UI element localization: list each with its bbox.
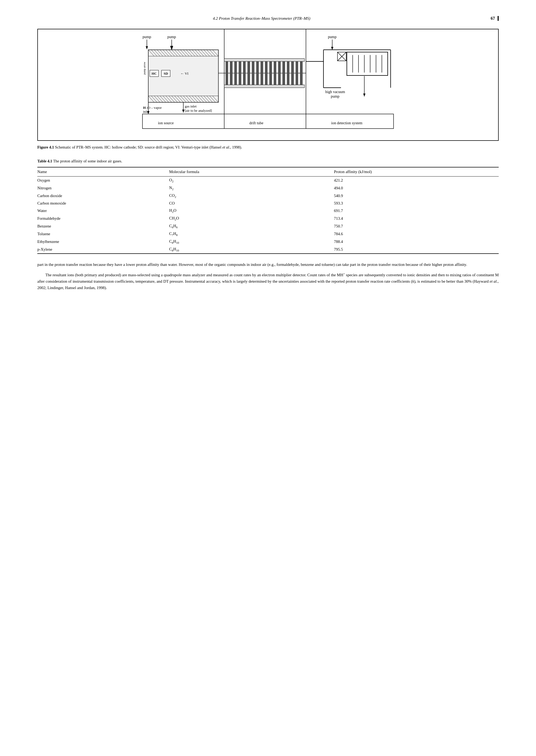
figure-caption-text: Schematic of PTR–MS system. HC: hollow c… bbox=[55, 145, 242, 149]
col-header-name: Name bbox=[37, 167, 169, 177]
table-row: NitrogenN2494.0 bbox=[37, 184, 499, 192]
cell-name: Ethylbenzene bbox=[37, 238, 169, 246]
cell-affinity: 750.7 bbox=[334, 222, 499, 230]
svg-text:pump: pump bbox=[331, 94, 340, 98]
svg-rect-87 bbox=[283, 61, 285, 85]
svg-rect-8 bbox=[148, 50, 218, 102]
svg-rect-81 bbox=[256, 61, 259, 85]
figure-caption: Figure 4.1 Schematic of PTR–MS system. H… bbox=[37, 145, 277, 150]
cell-name: Formaldehyde bbox=[37, 215, 169, 222]
table-row: p-XyleneC8H10795.5 bbox=[37, 246, 499, 254]
svg-rect-86 bbox=[278, 61, 281, 85]
cell-affinity: 691.7 bbox=[334, 207, 499, 215]
cell-formula: O2 bbox=[169, 176, 334, 184]
cell-name: Benzene bbox=[37, 222, 169, 230]
svg-text:pump: pump bbox=[167, 35, 176, 39]
cell-formula: N2 bbox=[169, 184, 334, 192]
svg-rect-78 bbox=[243, 61, 246, 85]
table-row: Carbon dioxideCO2540.9 bbox=[37, 192, 499, 200]
svg-text:[air to be analyzed]: [air to be analyzed] bbox=[185, 109, 212, 113]
svg-rect-89 bbox=[291, 61, 294, 85]
proton-affinity-table: Name Molecular formula Proton affinity (… bbox=[37, 167, 499, 254]
cell-formula: CO bbox=[169, 200, 334, 207]
cell-affinity: 713.4 bbox=[334, 215, 499, 222]
cell-formula: CH2O bbox=[169, 215, 334, 222]
table-row: BenzeneC6H6750.7 bbox=[37, 222, 499, 230]
svg-text:ion source: ion source bbox=[158, 121, 174, 125]
cell-affinity: 788.4 bbox=[334, 238, 499, 246]
svg-text:SD: SD bbox=[163, 72, 168, 76]
svg-rect-88 bbox=[287, 61, 289, 85]
table-caption: Table 4.1 The proton affinity of some in… bbox=[37, 158, 499, 164]
table-row: WaterH2O691.7 bbox=[37, 207, 499, 215]
figure-label: Figure 4.1 bbox=[37, 145, 54, 149]
col-header-affinity: Proton affinity (kJ/mol) bbox=[334, 167, 499, 177]
cell-affinity: 593.3 bbox=[334, 200, 499, 207]
table-row: OxygenO2421.2 bbox=[37, 176, 499, 184]
cell-formula: H2O bbox=[169, 207, 334, 215]
svg-text:HC: HC bbox=[151, 72, 157, 76]
cell-formula: C8H10 bbox=[169, 238, 334, 246]
svg-text:high vacuum: high vacuum bbox=[325, 90, 345, 94]
cell-name: Nitrogen bbox=[37, 184, 169, 192]
svg-rect-74 bbox=[226, 61, 228, 85]
svg-rect-92 bbox=[224, 58, 305, 61]
cell-name: Carbon monoxide bbox=[37, 200, 169, 207]
table-41-section: Table 4.1 The proton affinity of some in… bbox=[37, 158, 499, 254]
svg-marker-96 bbox=[331, 47, 333, 50]
svg-text:inlet: inlet bbox=[143, 110, 149, 114]
svg-marker-113 bbox=[363, 94, 366, 97]
svg-rect-105 bbox=[347, 52, 388, 76]
svg-rect-80 bbox=[252, 61, 254, 85]
figure-41: ion source drift tube ion detection syst… bbox=[37, 29, 499, 150]
svg-rect-90 bbox=[296, 61, 298, 85]
diagram-svg: ion source drift tube ion detection syst… bbox=[38, 29, 498, 140]
svg-text:O – vapor: O – vapor bbox=[148, 106, 162, 110]
cell-name: p-Xylene bbox=[37, 246, 169, 254]
svg-text:pump: pump bbox=[328, 35, 337, 39]
svg-text:H: H bbox=[143, 106, 146, 110]
svg-rect-76 bbox=[234, 61, 237, 85]
svg-rect-91 bbox=[300, 61, 302, 85]
cell-affinity: 540.9 bbox=[334, 192, 499, 200]
page-number: 67 bbox=[491, 16, 495, 21]
svg-text:← VI: ← VI bbox=[181, 72, 188, 76]
table-row: TolueneC7H8784.6 bbox=[37, 230, 499, 238]
cell-name: Oxygen bbox=[37, 176, 169, 184]
svg-text:drift tube: drift tube bbox=[249, 121, 263, 125]
table-header-row: Name Molecular formula Proton affinity (… bbox=[37, 167, 499, 177]
table-label: Table 4.1 bbox=[37, 159, 52, 163]
svg-text:gas inlet: gas inlet bbox=[185, 104, 196, 108]
svg-rect-82 bbox=[261, 61, 263, 85]
svg-text:ion detection system: ion detection system bbox=[331, 121, 362, 125]
svg-marker-118 bbox=[146, 46, 148, 49]
cell-formula: C8H10 bbox=[169, 246, 334, 254]
page-header: 4.2 Proton Transfer Reaction–Mass Spectr… bbox=[37, 16, 499, 21]
svg-rect-83 bbox=[265, 61, 267, 85]
svg-text:pump: pump bbox=[142, 35, 151, 39]
svg-text:pump arrow: pump arrow bbox=[143, 62, 146, 75]
svg-rect-77 bbox=[239, 61, 241, 85]
svg-rect-93 bbox=[224, 85, 305, 88]
header-title: 4.2 Proton Transfer Reaction–Mass Spectr… bbox=[37, 16, 486, 21]
cell-name: Water bbox=[37, 207, 169, 215]
table-row: EthylbenzeneC8H10788.4 bbox=[37, 238, 499, 246]
body-paragraph-1: part in the proton transfer reaction bec… bbox=[37, 261, 499, 268]
cell-formula: C6H6 bbox=[169, 222, 334, 230]
table-caption-text: The proton affinity of some indoor air g… bbox=[53, 159, 122, 163]
cell-affinity: 494.0 bbox=[334, 184, 499, 192]
cell-affinity: 421.2 bbox=[334, 176, 499, 184]
svg-rect-79 bbox=[248, 61, 250, 85]
svg-marker-66 bbox=[182, 110, 184, 113]
cell-formula: CO2 bbox=[169, 192, 334, 200]
cell-name: Carbon dioxide bbox=[37, 192, 169, 200]
figure-diagram: ion source drift tube ion detection syst… bbox=[37, 29, 499, 141]
cell-formula: C7H8 bbox=[169, 230, 334, 238]
cell-affinity: 795.5 bbox=[334, 246, 499, 254]
svg-rect-85 bbox=[274, 61, 276, 85]
table-row: FormaldehydeCH2O713.4 bbox=[37, 215, 499, 222]
cell-name: Toluene bbox=[37, 230, 169, 238]
table-row: Carbon monoxideCO593.3 bbox=[37, 200, 499, 207]
body-text: part in the proton transfer reaction bec… bbox=[37, 261, 499, 291]
col-header-formula: Molecular formula bbox=[169, 167, 334, 177]
